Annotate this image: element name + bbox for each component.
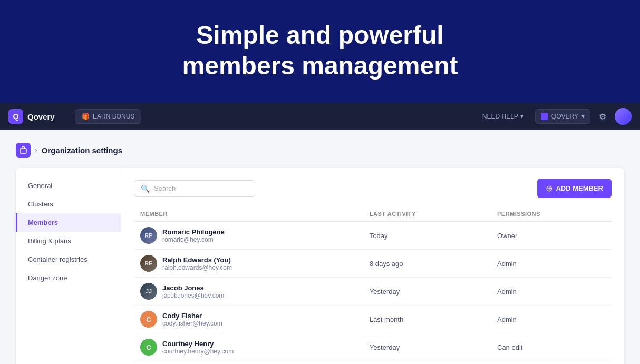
table-body: RP Romaric Philogène romaric@hey.com Tod… bbox=[134, 222, 612, 364]
last-activity-value: Last month bbox=[370, 316, 403, 323]
main-content: › Organization settings General Clusters… bbox=[0, 130, 640, 364]
table-head: MEMBER LAST ACTIVITY PERMISSIONS bbox=[134, 206, 612, 222]
breadcrumb-separator: › bbox=[35, 146, 37, 154]
member-cell: C Courtney Henry courtney.henry@hey.com bbox=[134, 333, 363, 361]
col-permissions: PERMISSIONS bbox=[491, 206, 612, 222]
member-cell: RE Ralph Edwards (You) ralph.edwards@hey… bbox=[134, 250, 363, 278]
member-info: Ralph Edwards (You) ralph.edwards@hey.co… bbox=[162, 256, 232, 271]
search-input[interactable] bbox=[154, 184, 248, 192]
member-email: courtney.henry@hey.com bbox=[162, 348, 234, 355]
permission-cell: Admin bbox=[491, 278, 612, 306]
member-name: Ralph Edwards (You) bbox=[162, 256, 232, 264]
table-row: RP Romaric Philogène romaric@hey.com Tod… bbox=[134, 222, 612, 250]
logo-text: Qovery bbox=[27, 112, 55, 121]
hero-title: Simple and powerful members management bbox=[135, 20, 505, 81]
permission-value: Can edit bbox=[497, 343, 522, 351]
permission-cell: Admin bbox=[491, 306, 612, 333]
member-name: Cody Fisher bbox=[162, 312, 222, 320]
permission-value: Admin bbox=[497, 316, 517, 323]
plus-icon: ⊕ bbox=[546, 183, 552, 193]
last-activity-value: Today bbox=[370, 232, 388, 240]
sidebar-item-clusters[interactable]: Clusters bbox=[16, 195, 121, 213]
breadcrumb-label: Organization settings bbox=[42, 146, 122, 155]
member-email: cody.fisher@hey.com bbox=[162, 320, 222, 327]
last-activity-value: Yesterday bbox=[370, 343, 400, 351]
table-row: TW Theresa Webb theresa.webb@hey.com 5 d… bbox=[134, 361, 612, 364]
search-icon: 🔍 bbox=[141, 184, 150, 193]
earn-bonus-button[interactable]: 🎁 EARN BONUS bbox=[75, 109, 141, 124]
chevron-down-icon: ▾ bbox=[520, 113, 523, 120]
logo-icon: Q bbox=[8, 109, 23, 124]
table-header-row: MEMBER LAST ACTIVITY PERMISSIONS bbox=[134, 206, 612, 222]
permission-value: Owner bbox=[497, 232, 517, 240]
sidebar-item-danger-zone[interactable]: Danger zone bbox=[16, 269, 121, 287]
members-table-area: 🔍 ⊕ ADD MEMBER MEMBER LAST ACTIVITY PERM… bbox=[121, 168, 624, 364]
last-activity-cell: 8 days ago bbox=[363, 250, 491, 278]
user-avatar-image bbox=[615, 108, 632, 125]
member-info: Cody Fisher cody.fisher@hey.com bbox=[162, 312, 222, 327]
sidebar-item-general[interactable]: General bbox=[16, 176, 121, 195]
org-breadcrumb-icon bbox=[16, 143, 31, 158]
last-activity-value: Yesterday bbox=[370, 288, 400, 296]
member-cell: RP Romaric Philogène romaric@hey.com bbox=[134, 222, 363, 250]
svg-rect-0 bbox=[20, 149, 26, 153]
permission-cell: Can edit bbox=[491, 361, 612, 364]
last-activity-cell: Yesterday bbox=[363, 333, 491, 361]
permission-cell: Owner bbox=[491, 222, 612, 250]
last-activity-cell: 5 days ago bbox=[363, 361, 491, 364]
member-cell: TW Theresa Webb theresa.webb@hey.com bbox=[134, 361, 363, 364]
gift-icon: 🎁 bbox=[82, 113, 90, 120]
member-avatar-initials: C bbox=[140, 339, 157, 356]
col-member: MEMBER bbox=[134, 206, 363, 222]
permission-value: Admin bbox=[497, 288, 517, 296]
member-avatar-image: RP bbox=[140, 227, 157, 244]
member-avatar-image: JJ bbox=[140, 283, 157, 300]
table-header: 🔍 ⊕ ADD MEMBER bbox=[134, 179, 612, 198]
members-table: MEMBER LAST ACTIVITY PERMISSIONS RP Roma… bbox=[134, 206, 612, 364]
member-email: ralph.edwards@hey.com bbox=[162, 264, 232, 271]
org-icon bbox=[541, 113, 548, 120]
last-activity-cell: Yesterday bbox=[363, 278, 491, 306]
member-cell: JJ Jacob Jones jacob.jones@hey.com bbox=[134, 278, 363, 306]
col-last-activity: LAST ACTIVITY bbox=[363, 206, 491, 222]
table-row: JJ Jacob Jones jacob.jones@hey.com Yeste… bbox=[134, 278, 612, 306]
member-email: romaric@hey.com bbox=[162, 236, 225, 243]
logo[interactable]: Q Qovery bbox=[8, 109, 66, 124]
settings-button[interactable]: ⚙ bbox=[597, 110, 608, 124]
member-name: Courtney Henry bbox=[162, 340, 234, 348]
member-info: Courtney Henry courtney.henry@hey.com bbox=[162, 340, 234, 355]
sidebar-item-container-registries[interactable]: Container registries bbox=[16, 250, 121, 269]
permission-value: Admin bbox=[497, 260, 517, 268]
member-info: Romaric Philogène romaric@hey.com bbox=[162, 228, 225, 243]
permission-cell: Can edit bbox=[491, 333, 612, 361]
hero-banner: Simple and powerful members management bbox=[0, 0, 640, 103]
avatar[interactable] bbox=[615, 108, 632, 125]
search-box[interactable]: 🔍 bbox=[134, 180, 255, 197]
member-cell: C Cody Fisher cody.fisher@hey.com bbox=[134, 306, 363, 333]
last-activity-cell: Today bbox=[363, 222, 491, 250]
member-info: Jacob Jones jacob.jones@hey.com bbox=[162, 284, 224, 299]
content-layout: General Clusters Members Billing & plans… bbox=[16, 168, 624, 364]
chevron-down-icon: ▾ bbox=[581, 113, 585, 120]
member-avatar-initials: C bbox=[140, 311, 157, 328]
add-member-button[interactable]: ⊕ ADD MEMBER bbox=[537, 179, 612, 198]
last-activity-value: 8 days ago bbox=[370, 260, 403, 268]
sidebar: General Clusters Members Billing & plans… bbox=[16, 168, 121, 364]
table-row: C Courtney Henry courtney.henry@hey.com … bbox=[134, 333, 612, 361]
member-email: jacob.jones@hey.com bbox=[162, 292, 224, 299]
breadcrumb: › Organization settings bbox=[16, 143, 624, 158]
table-row: C Cody Fisher cody.fisher@hey.com Last m… bbox=[134, 306, 612, 333]
member-avatar-image: RE bbox=[140, 255, 157, 272]
permission-cell: Admin bbox=[491, 250, 612, 278]
sidebar-item-billing[interactable]: Billing & plans bbox=[16, 232, 121, 250]
last-activity-cell: Last month bbox=[363, 306, 491, 333]
qovery-org-button[interactable]: QOVERY ▾ bbox=[535, 109, 590, 124]
top-navbar: Q Qovery 🎁 EARN BONUS NEED HELP ▾ QOVERY… bbox=[0, 103, 640, 130]
member-name: Romaric Philogène bbox=[162, 228, 225, 236]
navbar-right: NEED HELP ▾ QOVERY ▾ ⚙ bbox=[477, 108, 632, 125]
member-name: Jacob Jones bbox=[162, 284, 224, 292]
table-row: RE Ralph Edwards (You) ralph.edwards@hey… bbox=[134, 250, 612, 278]
sidebar-item-members[interactable]: Members bbox=[16, 213, 121, 232]
need-help-button[interactable]: NEED HELP ▾ bbox=[477, 110, 529, 123]
